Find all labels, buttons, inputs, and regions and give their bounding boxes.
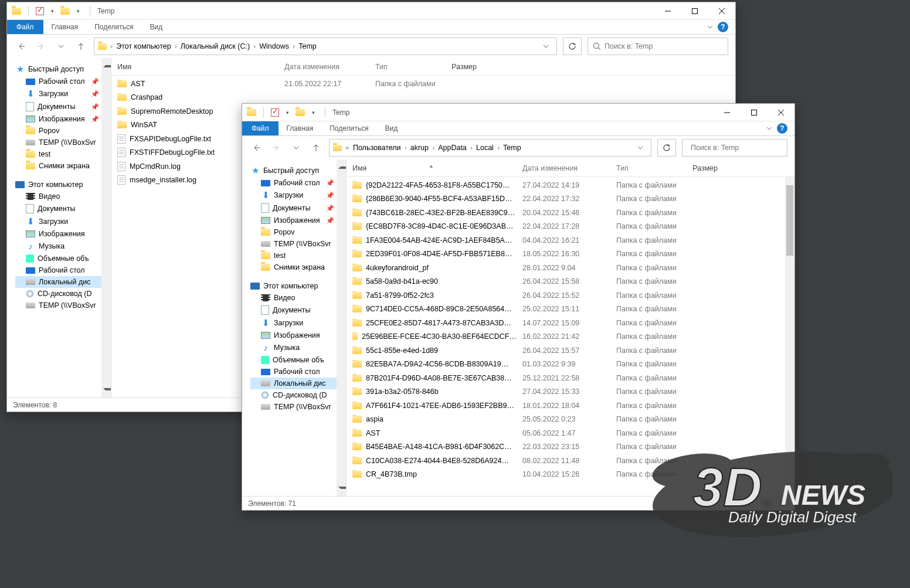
scrollbar[interactable] — [101, 58, 111, 397]
list-item[interactable]: {743BC61B-28EC-43E2-BF2B-8EAE839C9…20.04… — [347, 206, 794, 220]
column-headers[interactable]: Имя Дата изменения Тип Размер — [111, 58, 735, 76]
sidebar-item[interactable]: Документы📌 — [15, 100, 111, 113]
column-date[interactable]: Дата изменения — [284, 63, 375, 71]
sidebar-item[interactable]: Popov — [15, 125, 111, 137]
sidebar-item[interactable]: CD-дисковод (D — [250, 389, 346, 401]
maximize-button[interactable] — [681, 2, 708, 20]
chevron-right-icon[interactable]: › — [109, 42, 114, 50]
breadcrumb[interactable]: Local — [476, 144, 494, 152]
maximize-button[interactable] — [741, 104, 768, 121]
search-input[interactable] — [691, 144, 783, 152]
breadcrumb[interactable]: Локальный диск (C:) — [181, 42, 250, 50]
chevron-right-icon[interactable]: › — [252, 42, 257, 50]
search-input[interactable] — [605, 42, 723, 50]
list-item[interactable]: 7a51-8799-0f52-2fc326.04.2022 15:52Папка… — [347, 288, 794, 303]
minimize-button[interactable] — [654, 2, 681, 20]
sidebar-item[interactable]: TEMP (\\VBoxSvr — [15, 300, 111, 311]
up-button[interactable] — [309, 141, 323, 155]
properties-icon[interactable] — [271, 108, 279, 117]
sidebar-item[interactable]: Объемные объ — [15, 253, 111, 264]
history-dropdown-icon[interactable] — [289, 141, 303, 155]
sidebar-item[interactable]: Снимки экрана — [15, 160, 111, 172]
breadcrumb[interactable]: AppData — [438, 144, 467, 152]
list-item[interactable]: 25E96BEE-FCEE-4C30-BA30-8EF64ECDCF…16.02… — [347, 330, 794, 344]
address-dropdown-icon[interactable] — [633, 141, 647, 155]
sidebar-item[interactable]: Рабочий стол📌 — [250, 177, 346, 189]
sidebar-item[interactable]: Документы📌 — [250, 202, 346, 215]
sidebar-item[interactable]: Локальный дис — [15, 276, 111, 288]
sidebar-item[interactable]: Локальный дис — [250, 378, 346, 389]
help-icon[interactable]: ? — [718, 22, 728, 32]
chevron-right-icon[interactable]: › — [469, 144, 474, 152]
this-pc-header[interactable]: Этот компьютер — [250, 280, 346, 292]
list-item[interactable]: AST21.05.2022 22:17Папка с файлами — [111, 77, 735, 91]
folder-icon[interactable] — [296, 109, 305, 116]
breadcrumb[interactable]: Temp — [503, 144, 521, 152]
sidebar-item[interactable]: Рабочий стол📌 — [15, 76, 111, 87]
tab-home[interactable]: Главная — [279, 121, 322, 135]
properties-icon[interactable] — [36, 7, 44, 15]
sidebar-item[interactable]: ⬇Загрузки📌 — [250, 189, 346, 202]
list-item[interactable]: {286B6E30-9040-4F55-BCF4-A53ABF15D…22.04… — [347, 192, 794, 206]
breadcrumb[interactable]: Temp — [298, 42, 317, 50]
tab-view[interactable]: Вид — [141, 20, 171, 34]
column-date[interactable]: Дата изменения — [522, 164, 616, 172]
sidebar-item[interactable]: Документы — [250, 304, 346, 317]
list-item[interactable]: 87B201F4-D96D-4A08-BE7E-3E67CAB38…25.12.… — [347, 371, 794, 385]
list-item[interactable]: 5a58-0a9d-b41a-ec9026.04.2022 15:58Папка… — [347, 275, 794, 289]
chevron-right-icon[interactable]: › — [403, 144, 408, 152]
scrollbar[interactable] — [337, 159, 346, 496]
sidebar-item[interactable]: Изображения📌 — [250, 215, 346, 226]
sidebar-item[interactable]: Документы — [15, 202, 111, 215]
column-size[interactable]: Размер — [692, 164, 734, 172]
qat-dropdown-icon[interactable]: ▾ — [308, 108, 318, 117]
column-type[interactable]: Тип — [375, 63, 451, 71]
list-item[interactable]: 9C714DE0-CC5A-468D-89C8-2E50A8564…25.02.… — [347, 303, 794, 317]
chevron-right-icon[interactable]: › — [174, 42, 178, 50]
sidebar-item[interactable]: Видео — [250, 292, 346, 304]
sidebar-item[interactable]: Видео — [15, 191, 111, 202]
sidebar-item[interactable]: Изображения — [250, 329, 346, 341]
titlebar[interactable]: ▾ ▾ Temp — [7, 2, 735, 20]
back-button[interactable] — [249, 141, 263, 155]
search-box[interactable] — [588, 38, 728, 55]
sidebar-item[interactable]: ⬇Загрузки — [15, 215, 111, 228]
breadcrumb[interactable]: Пользователи — [353, 144, 401, 152]
list-item[interactable]: CR_4B73B.tmp10.04.2022 15:26Папка с файл… — [347, 468, 794, 482]
breadcrumb[interactable]: Windows — [259, 42, 289, 50]
refresh-button[interactable] — [657, 139, 676, 157]
sidebar-item[interactable]: Объемные объ — [250, 354, 346, 366]
up-button[interactable] — [74, 39, 88, 53]
scrollbar[interactable] — [785, 177, 794, 496]
history-dropdown-icon[interactable] — [54, 39, 68, 53]
sidebar-item[interactable]: Изображения — [15, 228, 111, 240]
help-icon[interactable]: ? — [777, 123, 787, 134]
address-dropdown-icon[interactable] — [539, 39, 553, 53]
quick-access-header[interactable]: ★Быстрый доступ — [15, 63, 111, 76]
sidebar-item[interactable]: TEMP (\\VBoxSvr — [250, 238, 346, 250]
titlebar[interactable]: ▾ ▾ Temp — [242, 104, 794, 121]
details-view-button[interactable] — [760, 498, 773, 509]
sidebar-item[interactable]: test — [250, 250, 346, 261]
forward-button[interactable] — [34, 39, 48, 53]
search-box[interactable] — [682, 139, 787, 157]
chevron-left-icon[interactable]: « — [344, 144, 351, 152]
list-item[interactable]: A7F661F4-1021-47EE-ADB6-1593EF2BB9…18.01… — [347, 399, 794, 413]
address-bar[interactable]: « Пользователи› akrup› AppData› Local› T… — [329, 139, 651, 157]
quick-access-header[interactable]: ★Быстрый доступ — [250, 164, 346, 177]
tab-file[interactable]: Файл — [242, 121, 279, 135]
folder-icon[interactable] — [60, 8, 70, 15]
column-name[interactable]: Имя — [117, 63, 284, 71]
chevron-right-icon[interactable]: › — [496, 144, 501, 152]
forward-button[interactable] — [269, 141, 283, 155]
sidebar-item[interactable]: Изображения📌 — [15, 113, 111, 125]
column-size[interactable]: Размер — [451, 63, 498, 71]
chevron-right-icon[interactable]: › — [431, 144, 436, 152]
list-item[interactable]: 82E5BA7A-D9A2-4C56-8CDB-B8309A19…01.03.2… — [347, 358, 794, 372]
tab-view[interactable]: Вид — [376, 121, 406, 135]
ribbon-expand-icon[interactable] — [765, 124, 773, 132]
list-item[interactable]: 2ED39F01-0F08-4D4E-AF5D-FBB571EB8…18.05.… — [347, 247, 794, 261]
sidebar-item[interactable]: ♪Музыка — [15, 240, 111, 253]
back-button[interactable] — [14, 39, 28, 53]
sidebar-item[interactable]: ⬇Загрузки — [250, 317, 346, 329]
